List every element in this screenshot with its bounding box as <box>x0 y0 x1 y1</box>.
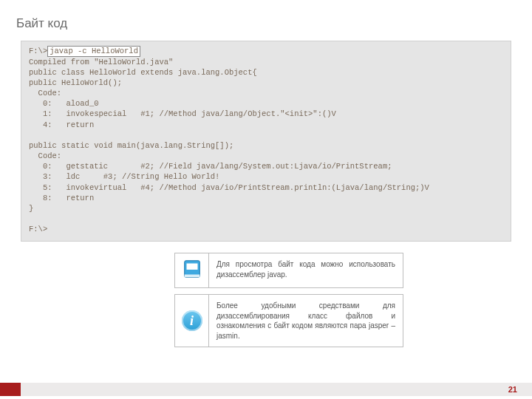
svg-rect-3 <box>184 275 200 278</box>
info-text-jasper: Более удобными средствами для дизассембл… <box>209 295 403 347</box>
svg-rect-2 <box>186 264 197 270</box>
info-boxes: Для просмотра байт кода можно использова… <box>174 253 403 353</box>
info-box-jasper: i Более удобными средствами для дизассем… <box>174 294 403 347</box>
page-number: 21 <box>508 385 517 394</box>
footer-bar: 21 <box>21 383 532 396</box>
info-icon-cell: i <box>175 295 209 347</box>
command-highlight: javap -c HelloWorld <box>47 46 140 57</box>
info-icon: i <box>182 310 202 331</box>
prompt: F:\> <box>29 47 47 55</box>
info-text-javap: Для просмотра байт кода можно использова… <box>209 253 403 287</box>
slide-title: Байт код <box>16 16 67 31</box>
footer-accent <box>0 383 21 396</box>
bytecode-listing: F:\>javap -c HelloWorld Compiled from "H… <box>21 41 511 242</box>
book-icon <box>181 258 203 283</box>
code-body: Compiled from "HelloWorld.java" public c… <box>29 58 429 234</box>
book-icon-cell <box>175 253 209 287</box>
footer-band: 21 <box>0 383 532 396</box>
info-box-javap: Для просмотра байт кода можно использова… <box>174 253 403 288</box>
